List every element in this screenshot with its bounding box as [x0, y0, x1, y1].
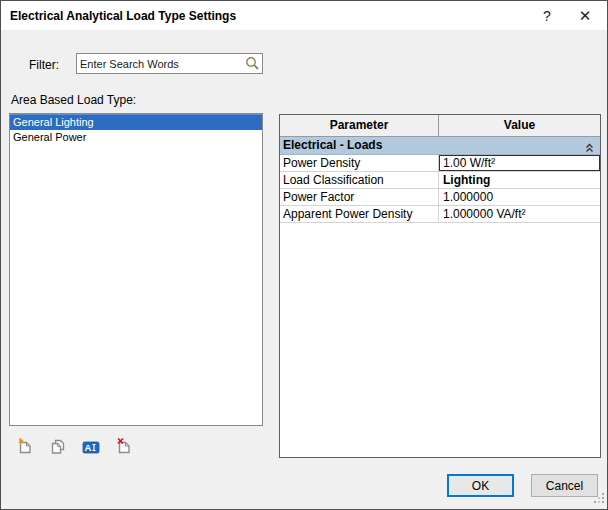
search-input[interactable]	[77, 55, 242, 72]
param-power-density[interactable]: Power Density	[280, 155, 439, 171]
titlebar: Electrical Analytical Load Type Settings…	[1, 1, 607, 31]
help-button[interactable]: ?	[532, 2, 562, 30]
resize-grip[interactable]	[594, 493, 605, 507]
new-load-type-icon	[15, 437, 35, 460]
svg-text:A: A	[85, 441, 92, 452]
rename-load-type-icon: A	[81, 437, 101, 460]
rename-load-type-button[interactable]: A	[79, 437, 103, 459]
new-load-type-button[interactable]	[13, 437, 37, 459]
param-load-classification[interactable]: Load Classification	[280, 172, 439, 188]
value-column-header[interactable]: Value	[439, 115, 600, 136]
group-row-electrical-loads[interactable]: Electrical - Loads	[280, 137, 600, 155]
param-apparent-power-density[interactable]: Apparent Power Density	[280, 206, 439, 222]
power-density-edit-field[interactable]: 1.00 W/ft²	[439, 155, 600, 171]
value-power-density[interactable]: 1.00 W/ft²	[439, 155, 600, 171]
electrical-analytical-load-type-settings-dialog: Electrical Analytical Load Type Settings…	[0, 0, 608, 510]
table-row-power-density: Power Density 1.00 W/ft²	[280, 155, 600, 172]
table-row-load-classification: Load Classification Lighting	[280, 172, 600, 189]
param-power-factor[interactable]: Power Factor	[280, 189, 439, 205]
table-row-apparent-power-density: Apparent Power Density 1.000000 VA/ft²	[280, 206, 600, 223]
delete-load-type-icon	[114, 437, 134, 460]
parameter-column-header[interactable]: Parameter	[280, 115, 439, 136]
grid-header-row: Parameter Value	[280, 115, 600, 137]
help-icon: ?	[543, 8, 551, 24]
duplicate-load-type-button[interactable]	[46, 437, 70, 459]
close-icon: ✕	[579, 7, 592, 25]
dialog-title: Electrical Analytical Load Type Settings	[10, 9, 236, 23]
delete-load-type-button[interactable]	[112, 437, 136, 459]
load-type-listbox[interactable]: General Lighting General Power	[9, 113, 263, 426]
value-apparent-power-density[interactable]: 1.000000 VA/ft²	[439, 206, 600, 222]
close-button[interactable]: ✕	[570, 2, 600, 30]
table-row-power-factor: Power Factor 1.000000	[280, 189, 600, 206]
ok-button[interactable]: OK	[447, 474, 514, 497]
collapse-chevrons-icon[interactable]	[585, 141, 594, 158]
duplicate-load-type-icon	[48, 437, 68, 460]
filter-search-box[interactable]	[76, 53, 263, 74]
load-type-toolbar: A	[13, 437, 136, 459]
value-power-factor[interactable]: 1.000000	[439, 189, 600, 205]
parameter-value-grid: Parameter Value Electrical - Loads Power…	[279, 114, 601, 458]
area-based-load-type-label: Area Based Load Type:	[11, 93, 136, 107]
list-item-general-power[interactable]: General Power	[10, 130, 262, 145]
filter-label: Filter:	[29, 58, 59, 72]
value-load-classification[interactable]: Lighting	[439, 172, 600, 188]
cancel-button[interactable]: Cancel	[531, 474, 598, 497]
search-icon[interactable]	[242, 54, 262, 73]
list-item-general-lighting[interactable]: General Lighting	[10, 114, 262, 130]
